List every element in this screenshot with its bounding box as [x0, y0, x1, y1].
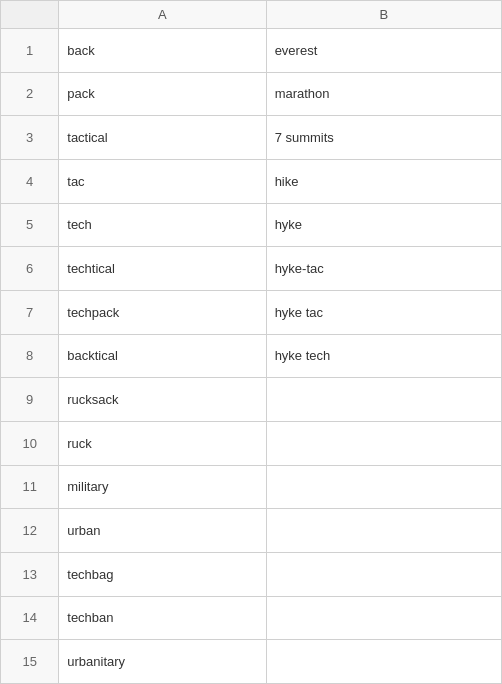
cell-col-b[interactable]	[266, 378, 501, 422]
cell-col-a[interactable]: backtical	[59, 334, 266, 378]
table-row[interactable]: 15urbanitary	[1, 640, 502, 684]
table-row[interactable]: 8backticalhyke tech	[1, 334, 502, 378]
table-row[interactable]: 11military	[1, 465, 502, 509]
cell-col-b[interactable]: hike	[266, 159, 501, 203]
cell-col-b[interactable]: hyke	[266, 203, 501, 247]
cell-col-a[interactable]: tactical	[59, 116, 266, 160]
cell-col-a[interactable]: ruck	[59, 421, 266, 465]
cell-col-a[interactable]: urban	[59, 509, 266, 553]
table-row[interactable]: 3tactical7 summits	[1, 116, 502, 160]
cell-col-a[interactable]: techban	[59, 596, 266, 640]
cell-col-b[interactable]	[266, 465, 501, 509]
cell-col-b[interactable]	[266, 640, 501, 684]
row-number: 8	[1, 334, 59, 378]
header-col-a[interactable]: A	[59, 1, 266, 29]
table-row[interactable]: 10ruck	[1, 421, 502, 465]
table-row[interactable]: 7techpackhyke tac	[1, 290, 502, 334]
row-number: 14	[1, 596, 59, 640]
cell-col-b[interactable]	[266, 509, 501, 553]
cell-col-a[interactable]: rucksack	[59, 378, 266, 422]
cell-col-a[interactable]: techbag	[59, 552, 266, 596]
cell-col-b[interactable]	[266, 552, 501, 596]
row-number: 2	[1, 72, 59, 116]
cell-col-a[interactable]: techtical	[59, 247, 266, 291]
row-number: 1	[1, 29, 59, 73]
cell-col-a[interactable]: tech	[59, 203, 266, 247]
row-number: 7	[1, 290, 59, 334]
table-row[interactable]: 12urban	[1, 509, 502, 553]
row-number: 6	[1, 247, 59, 291]
header-col-b[interactable]: B	[266, 1, 501, 29]
header-row-num	[1, 1, 59, 29]
cell-col-b[interactable]: 7 summits	[266, 116, 501, 160]
cell-col-a[interactable]: techpack	[59, 290, 266, 334]
row-number: 13	[1, 552, 59, 596]
spreadsheet-table: A B 1backeverest2packmarathon3tactical7 …	[0, 0, 502, 684]
table-row[interactable]: 4tachike	[1, 159, 502, 203]
row-number: 9	[1, 378, 59, 422]
cell-col-b[interactable]: everest	[266, 29, 501, 73]
cell-col-a[interactable]: urbanitary	[59, 640, 266, 684]
table-row[interactable]: 14techban	[1, 596, 502, 640]
cell-col-b[interactable]: hyke tac	[266, 290, 501, 334]
row-number: 4	[1, 159, 59, 203]
row-number: 11	[1, 465, 59, 509]
cell-col-b[interactable]	[266, 421, 501, 465]
cell-col-b[interactable]: hyke tech	[266, 334, 501, 378]
row-number: 12	[1, 509, 59, 553]
table-row[interactable]: 9rucksack	[1, 378, 502, 422]
table-row[interactable]: 1backeverest	[1, 29, 502, 73]
cell-col-b[interactable]: hyke-tac	[266, 247, 501, 291]
cell-col-a[interactable]: back	[59, 29, 266, 73]
row-number: 10	[1, 421, 59, 465]
table-row[interactable]: 5techhyke	[1, 203, 502, 247]
row-number: 3	[1, 116, 59, 160]
cell-col-a[interactable]: tac	[59, 159, 266, 203]
cell-col-b[interactable]: marathon	[266, 72, 501, 116]
table-row[interactable]: 13techbag	[1, 552, 502, 596]
cell-col-a[interactable]: pack	[59, 72, 266, 116]
cell-col-a[interactable]: military	[59, 465, 266, 509]
table-row[interactable]: 2packmarathon	[1, 72, 502, 116]
row-number: 5	[1, 203, 59, 247]
row-number: 15	[1, 640, 59, 684]
cell-col-b[interactable]	[266, 596, 501, 640]
table-row[interactable]: 6techticalhyke-tac	[1, 247, 502, 291]
